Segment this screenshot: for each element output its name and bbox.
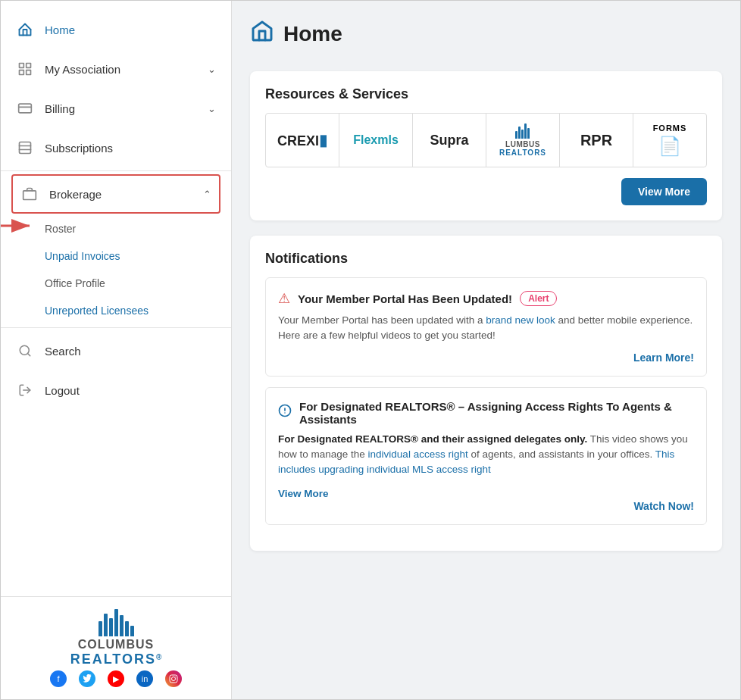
svg-rect-0 — [20, 64, 24, 68]
skyline-bar — [109, 618, 113, 636]
sidebar-nav: Home My Association ⌄ Bill — [1, 1, 231, 596]
page-home-icon — [250, 19, 274, 48]
alert-circle-icon: ⚠ — [278, 290, 290, 307]
search-icon — [16, 342, 34, 360]
unreported-licensees-label: Unreported Licensees — [45, 305, 149, 317]
notifications-title: Notifications — [265, 251, 707, 267]
rpr-label: RPR — [580, 132, 612, 149]
notif-header-1: ⚠ Your Member Portal Has Been Updated! A… — [278, 290, 694, 307]
sidebar-item-brokerage[interactable]: Brokerage ⌃ — [13, 176, 219, 212]
svg-rect-9 — [23, 191, 36, 200]
blue-link-2: individual access right — [368, 448, 468, 460]
view-more-link-container: View More — [278, 485, 694, 500]
columbus-realtors-resource: LUMBUS REALTORS — [499, 123, 546, 157]
logo-realtors-text: REALTORS — [70, 652, 156, 667]
logout-icon — [16, 381, 34, 399]
social-icons-row: f ▶ in — [50, 670, 182, 687]
sidebar-item-subscriptions[interactable]: Subscriptions — [1, 128, 231, 167]
chevron-up-icon: ⌃ — [203, 189, 211, 200]
notif-body-2: For Designated REALTORS® and their assig… — [278, 432, 694, 478]
svg-line-13 — [27, 353, 30, 355]
subscriptions-icon — [16, 139, 34, 157]
sidebar-sub-item-unpaid-invoices[interactable]: Unpaid Invoices — [45, 242, 231, 270]
logo-skyline — [98, 609, 134, 636]
resource-forms[interactable]: FORMS 📄 — [633, 114, 706, 167]
svg-point-20 — [284, 412, 286, 414]
notif-header-2: For Designated REALTORS® – Assigning Acc… — [278, 400, 694, 426]
sidebar-sub-item-roster[interactable]: Roster — [45, 215, 231, 242]
resources-title: Resources & Services — [265, 86, 707, 102]
unpaid-invoices-label: Unpaid Invoices — [45, 250, 120, 262]
chevron-down-icon-billing: ⌄ — [208, 103, 216, 114]
brokerage-icon — [20, 185, 39, 203]
red-arrow-indicator — [1, 217, 37, 235]
search-label: Search — [45, 345, 81, 358]
flexmls-label: Flexmls — [353, 133, 399, 147]
resources-card: Resources & Services CREXI▮ Flexmls Sup — [250, 71, 722, 220]
notif-link-2: Watch Now! — [278, 500, 694, 512]
skyline-bar — [120, 615, 123, 636]
youtube-icon[interactable]: ▶ — [108, 670, 124, 687]
sidebar-item-brokerage-label: Brokerage — [49, 188, 102, 201]
main-inner: Home Resources & Services CREXI▮ Flexmls — [232, 1, 740, 584]
learn-more-link[interactable]: Learn More! — [633, 352, 694, 364]
svg-point-17 — [175, 677, 176, 677]
skyline-bar — [98, 621, 102, 636]
instagram-icon[interactable] — [165, 670, 182, 687]
sidebar-item-billing[interactable]: Billing ⌄ — [1, 89, 231, 128]
forms-icon: 📄 — [658, 136, 681, 157]
view-more-container: View More — [265, 178, 707, 205]
notif-link-1: Learn More! — [278, 352, 694, 364]
sidebar-sub-item-unreported-licensees[interactable]: Unreported Licensees — [45, 297, 231, 324]
notif-title-1: Your Member Portal Has Been Updated! — [298, 292, 512, 305]
page-header: Home — [250, 19, 722, 56]
svg-rect-15 — [170, 675, 177, 683]
notifications-card: Notifications ⚠ Your Member Portal Has B… — [250, 236, 722, 551]
registered-mark: ® — [156, 653, 161, 661]
sidebar: Home My Association ⌄ Bill — [1, 1, 232, 699]
roster-label: Roster — [45, 223, 76, 235]
supra-label: Supra — [430, 133, 468, 148]
office-profile-label: Office Profile — [45, 277, 105, 289]
columbus-realtors-logo: COLUMBUS REALTORS ® — [70, 609, 162, 667]
sidebar-item-logout[interactable]: Logout — [1, 370, 231, 410]
blue-link-3: This includes upgrading individual MLS a… — [278, 448, 674, 475]
divider-before-brokerage — [1, 170, 231, 171]
billing-icon — [16, 99, 34, 117]
skyline-bar — [125, 621, 129, 636]
sidebar-item-home[interactable]: Home — [1, 10, 231, 49]
app-container: Home My Association ⌄ Bill — [0, 0, 741, 700]
sidebar-item-billing-label: Billing — [45, 102, 75, 115]
sidebar-item-search[interactable]: Search — [1, 331, 231, 370]
watch-now-link[interactable]: Watch Now! — [633, 500, 694, 512]
resource-columbus-realtors[interactable]: LUMBUS REALTORS — [486, 114, 560, 167]
skyline-bar — [130, 626, 134, 636]
divider-after-brokerage — [1, 327, 231, 328]
svg-point-16 — [172, 677, 176, 681]
view-more-button[interactable]: View More — [621, 178, 707, 205]
linkedin-icon[interactable]: in — [136, 670, 153, 687]
chevron-down-icon: ⌄ — [208, 64, 216, 75]
sidebar-sub-item-office-profile[interactable]: Office Profile — [45, 270, 231, 297]
sidebar-logo-area: COLUMBUS REALTORS ® f ▶ in — [1, 596, 231, 699]
twitter-icon[interactable] — [79, 670, 95, 687]
svg-rect-1 — [27, 64, 31, 68]
svg-rect-2 — [20, 70, 24, 75]
resources-grid: CREXI▮ Flexmls Supra — [265, 113, 707, 167]
brokerage-submenu: Roster Unpaid Invoices Office Profile Un… — [1, 215, 231, 324]
svg-rect-4 — [19, 104, 32, 113]
notification-designated-realtors: For Designated REALTORS® – Assigning Acc… — [265, 387, 707, 526]
main-content: Home Resources & Services CREXI▮ Flexmls — [232, 1, 740, 699]
info-circle-icon — [278, 404, 292, 421]
resource-rpr[interactable]: RPR — [560, 114, 633, 167]
view-more-link[interactable]: View More — [278, 488, 329, 499]
facebook-icon[interactable]: f — [50, 670, 67, 687]
svg-rect-3 — [27, 70, 31, 75]
sidebar-item-my-association[interactable]: My Association ⌄ — [1, 49, 231, 89]
resource-crexi[interactable]: CREXI▮ — [266, 114, 339, 167]
home-icon — [16, 20, 34, 39]
resource-supra[interactable]: Supra — [413, 114, 486, 167]
resource-flexmls[interactable]: Flexmls — [339, 114, 413, 167]
crexi-label: CREXI▮ — [277, 131, 327, 149]
notif-body-text-1: Your Member Portal has been updated with… — [278, 314, 693, 341]
